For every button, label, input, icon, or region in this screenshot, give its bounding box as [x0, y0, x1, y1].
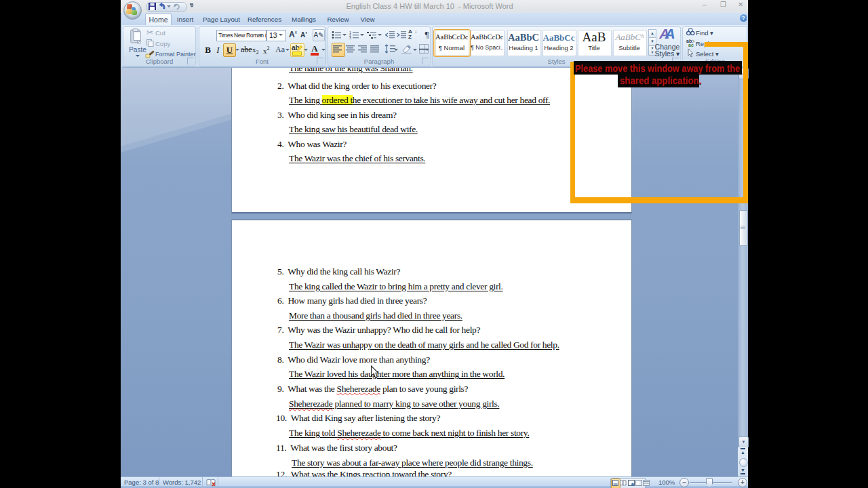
svg-text:3: 3 [349, 36, 351, 39]
svg-text:ac: ac [688, 43, 694, 47]
